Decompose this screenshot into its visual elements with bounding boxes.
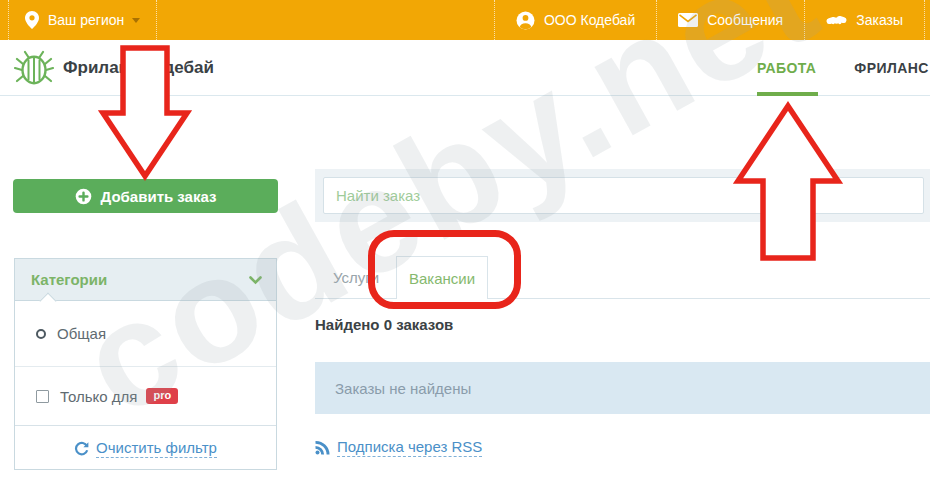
categories-title: Категории bbox=[31, 271, 107, 288]
brand-title: Фриланс Кодебай bbox=[63, 58, 214, 78]
clear-filter-label: Очистить фильтр bbox=[96, 439, 217, 458]
categories-panel: Категории Общая Только для pro Очистить … bbox=[14, 258, 277, 470]
handshake-icon bbox=[826, 13, 847, 28]
category-label: Только для bbox=[60, 388, 137, 405]
tab-vacancies[interactable]: Вакансии bbox=[396, 256, 488, 299]
radio-icon[interactable] bbox=[36, 329, 46, 339]
region-label: Ваш регион bbox=[48, 12, 124, 28]
caret-down-icon bbox=[132, 18, 140, 23]
account-label: ООО Кодебай bbox=[544, 12, 635, 28]
clear-filter-link[interactable]: Очистить фильтр bbox=[74, 439, 217, 458]
region-selector[interactable]: Ваш регион bbox=[8, 0, 157, 40]
account-link[interactable]: ООО Кодебай bbox=[494, 0, 656, 40]
user-icon bbox=[516, 11, 535, 30]
search-bar-container bbox=[315, 169, 930, 222]
page: Ваш регион ООО Кодебай Сообщения Заказы bbox=[0, 0, 930, 482]
topbar-links: ООО Кодебай Сообщения Заказы bbox=[494, 0, 930, 40]
empty-results-box: Заказы не найдены bbox=[315, 362, 930, 414]
rss-icon bbox=[315, 440, 330, 455]
add-order-label: Добавить заказ bbox=[101, 188, 217, 205]
search-input[interactable] bbox=[323, 177, 924, 214]
location-pin-icon bbox=[25, 11, 39, 29]
category-label: Общая bbox=[57, 325, 106, 342]
rss-subscribe-link[interactable]: Подписка через RSS bbox=[315, 438, 482, 457]
bug-logo-icon bbox=[14, 50, 54, 87]
messages-label: Сообщения bbox=[707, 12, 783, 28]
category-item-general[interactable]: Общая bbox=[15, 301, 276, 367]
nav-item-work[interactable]: РАБОТА bbox=[757, 60, 816, 76]
brand-logo[interactable]: Фриланс Кодебай bbox=[14, 40, 214, 96]
orders-label: Заказы bbox=[856, 12, 903, 28]
plus-circle-icon bbox=[75, 188, 92, 205]
orders-link[interactable]: Заказы bbox=[804, 0, 924, 40]
categories-header[interactable]: Категории bbox=[15, 259, 276, 301]
category-item-pro-only[interactable]: Только для pro bbox=[15, 367, 276, 426]
tab-vacancies-label: Вакансии bbox=[409, 270, 475, 287]
checkbox-icon[interactable] bbox=[36, 390, 49, 403]
nav-item-freelance[interactable]: ФРИЛАНС bbox=[854, 60, 928, 76]
results-count: Найдено 0 заказов bbox=[315, 316, 453, 333]
empty-results-message: Заказы не найдены bbox=[335, 380, 471, 397]
main-nav: РАБОТА ФРИЛАНС bbox=[757, 40, 929, 96]
tab-services[interactable]: Услуги bbox=[333, 269, 379, 286]
topbar: Ваш регион ООО Кодебай Сообщения Заказы bbox=[0, 0, 930, 40]
rss-link-label: Подписка через RSS bbox=[337, 438, 482, 457]
clear-filter-row: Очистить фильтр bbox=[15, 426, 276, 470]
refresh-icon bbox=[74, 441, 89, 456]
messages-link[interactable]: Сообщения bbox=[656, 0, 804, 40]
chevron-down-icon bbox=[249, 276, 262, 285]
add-order-button[interactable]: Добавить заказ bbox=[13, 179, 278, 213]
envelope-icon bbox=[678, 13, 698, 27]
separator bbox=[924, 0, 930, 40]
pro-badge: pro bbox=[146, 388, 178, 404]
nav-active-underline bbox=[757, 92, 818, 96]
